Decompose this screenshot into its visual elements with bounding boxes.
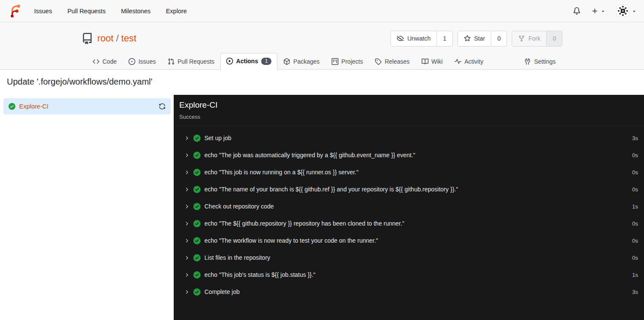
create-new-button[interactable]	[592, 8, 606, 15]
job-name: Explore-CI	[19, 103, 49, 110]
step-name: echo "The ${{ github.repository }} repos…	[204, 220, 404, 227]
pulse-icon	[455, 58, 461, 65]
chevron-right-icon[interactable]	[184, 204, 189, 209]
step-row[interactable]: Complete job 3s	[174, 283, 644, 300]
step-name: echo "The name of your branch is ${{ git…	[204, 186, 458, 193]
step-row[interactable]: echo "The job was automatically triggere…	[174, 147, 644, 164]
eye-closed-icon	[397, 35, 404, 42]
tab-releases[interactable]: Releases	[369, 53, 415, 70]
steps-list: Set up job 3s echo "The job was automati…	[174, 126, 644, 300]
step-row[interactable]: echo "This job is now running on a ${{ r…	[174, 164, 644, 181]
tab-wiki-label: Wiki	[431, 58, 443, 65]
repo-icon	[82, 33, 93, 44]
git-pull-request-icon	[168, 58, 175, 65]
step-duration: 3s	[632, 289, 638, 295]
step-row[interactable]: echo "The workflow is now ready to test …	[174, 232, 644, 249]
rerun-sync-icon[interactable]	[159, 103, 166, 110]
tab-projects[interactable]: Projects	[326, 53, 369, 70]
job-panel-title: Explore-CI	[179, 100, 638, 110]
code-icon	[93, 58, 99, 65]
chevron-right-icon[interactable]	[184, 187, 189, 192]
fork-label: Fork	[528, 35, 540, 42]
issue-opened-icon	[128, 58, 135, 65]
nav-item-pull-requests[interactable]: Pull Requests	[67, 8, 105, 15]
plus-icon	[592, 8, 598, 15]
check-circle-icon	[193, 271, 201, 279]
actions-run-page: Update '.forgejo/workflows/demo.yaml' Ex…	[0, 70, 644, 320]
chevron-right-icon[interactable]	[184, 255, 189, 261]
chevron-down-icon	[632, 9, 637, 14]
chevron-right-icon[interactable]	[184, 272, 189, 278]
chevron-right-icon[interactable]	[184, 289, 189, 295]
chevron-right-icon[interactable]	[184, 238, 189, 244]
step-row[interactable]: Set up job 3s	[174, 129, 644, 147]
fork-icon	[518, 35, 525, 42]
step-duration: 1s	[632, 203, 638, 210]
forgejo-logo[interactable]	[7, 4, 21, 18]
tab-wiki[interactable]: Wiki	[416, 53, 449, 70]
tab-packages[interactable]: Packages	[277, 53, 325, 70]
nav-item-issues[interactable]: Issues	[34, 8, 52, 15]
step-duration: 0s	[632, 186, 638, 193]
tab-activity-label: Activity	[464, 58, 483, 65]
tag-icon	[375, 58, 382, 65]
repo-name-link[interactable]: test	[121, 33, 136, 44]
nav-item-milestones[interactable]: Milestones	[121, 8, 150, 15]
tab-actions-label: Actions	[236, 58, 258, 65]
step-duration: 3s	[632, 135, 638, 141]
run-title: Update '.forgejo/workflows/demo.yaml'	[7, 77, 637, 87]
tab-settings-label: Settings	[534, 58, 556, 65]
star-count[interactable]: 0	[491, 31, 507, 46]
chevron-right-icon[interactable]	[184, 153, 189, 158]
step-duration: 0s	[632, 238, 638, 244]
nav-item-explore[interactable]: Explore	[166, 8, 187, 15]
step-row[interactable]: Check out repository code 1s	[174, 198, 644, 215]
step-name: echo "The workflow is now ready to test …	[204, 237, 378, 244]
check-circle-icon	[193, 135, 201, 142]
tab-issues[interactable]: Issues	[122, 53, 161, 70]
watch-count[interactable]: 1	[437, 31, 452, 46]
job-log-panel: Explore-CI Success Set up job 3s echo "T…	[174, 95, 644, 320]
star-button[interactable]: Star 0	[458, 31, 507, 47]
tab-code[interactable]: Code	[87, 53, 122, 70]
step-name: Set up job	[204, 135, 231, 141]
project-icon	[332, 58, 338, 65]
step-row[interactable]: echo "The ${{ github.repository }} repos…	[174, 215, 644, 232]
step-row[interactable]: List files in the repository 0s	[174, 249, 644, 266]
tab-releases-label: Releases	[385, 58, 409, 65]
tab-activity[interactable]: Activity	[449, 53, 489, 70]
chevron-right-icon[interactable]	[184, 135, 189, 141]
repo-tab-bar: Code Issues Pull Requests Actions 1 Pack…	[82, 51, 562, 70]
step-row[interactable]: echo "This job's status is ${{ job.statu…	[174, 266, 644, 283]
notifications-button[interactable]	[573, 7, 580, 15]
bell-icon	[573, 7, 580, 15]
chevron-right-icon[interactable]	[184, 170, 189, 175]
job-item-explore-ci[interactable]: Explore-CI	[3, 98, 171, 114]
tab-settings[interactable]: Settings	[518, 53, 562, 70]
step-row[interactable]: echo "The name of your branch is ${{ git…	[174, 181, 644, 198]
package-icon	[283, 58, 290, 65]
unwatch-label: Unwatch	[407, 35, 430, 42]
tab-pull-requests[interactable]: Pull Requests	[162, 53, 220, 70]
step-duration: 0s	[632, 152, 638, 159]
fork-count[interactable]: 0	[546, 31, 562, 46]
tab-code-label: Code	[102, 58, 117, 65]
star-label: Star	[474, 35, 485, 42]
step-name: echo "This job is now running on a ${{ r…	[204, 169, 358, 176]
check-circle-icon	[193, 152, 201, 159]
tab-issues-label: Issues	[138, 58, 155, 65]
user-menu-button[interactable]	[617, 5, 637, 17]
unwatch-button[interactable]: Unwatch 1	[390, 31, 452, 47]
check-circle-icon	[193, 254, 201, 261]
jobs-sidebar: Explore-CI	[0, 95, 174, 320]
tab-actions[interactable]: Actions 1	[220, 53, 277, 70]
navbar-right	[573, 5, 637, 17]
job-status-text: Success	[179, 114, 638, 120]
chevron-right-icon[interactable]	[184, 221, 189, 226]
repo-owner-link[interactable]: root	[97, 33, 114, 44]
check-circle-icon	[193, 203, 201, 210]
step-duration: 0s	[632, 220, 638, 227]
fork-button[interactable]: Fork 0	[512, 31, 562, 47]
step-name: echo "The job was automatically triggere…	[204, 152, 415, 159]
check-circle-icon	[193, 220, 201, 227]
